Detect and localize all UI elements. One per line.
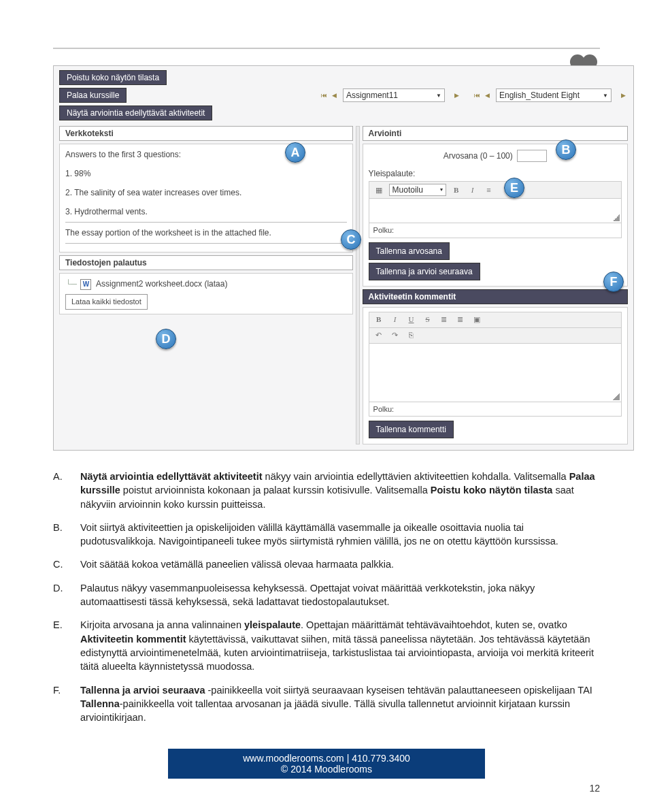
footer-copyright: © 2014 Moodlerooms (243, 764, 410, 775)
list-item: F. Tallenna ja arvioi seuraava -painikke… (53, 683, 600, 725)
assignment-nav-arrows-right[interactable]: ▶ (452, 89, 461, 101)
marker-c: C (341, 229, 361, 250)
arrow-right-icon[interactable]: ▶ (618, 89, 628, 101)
back-to-course-button[interactable]: Palaa kurssille (59, 88, 127, 103)
word-file-icon: W (80, 279, 91, 290)
online-text-body: Answers to the first 3 questions: 1. 98%… (59, 144, 353, 253)
expand-icon[interactable]: ▦ (373, 184, 385, 195)
list-item: B. Voit siirtyä aktiviteettien ja opiske… (53, 521, 600, 549)
numbered-list-icon[interactable]: ≣ (454, 314, 467, 325)
student-nav-arrows[interactable]: ⏮ ◀ (472, 89, 492, 101)
save-and-next-button[interactable]: Tallenna ja arvioi seuraava (369, 263, 480, 280)
marker-f: F (603, 272, 624, 292)
italic-icon[interactable]: I (389, 314, 401, 325)
student-nav-arrows-right[interactable]: ▶ (618, 89, 628, 101)
assignment-nav-arrows[interactable]: ⏮ ◀ (319, 89, 339, 101)
chevron-down-icon: ▾ (440, 186, 443, 194)
comments-editor-toolbar[interactable]: B I U S ≣ ≣ ▣ (369, 312, 622, 328)
underline-icon[interactable]: U (405, 314, 418, 325)
page-number: 12 (589, 783, 600, 794)
bold-icon[interactable]: B (373, 314, 385, 325)
essay-note: The essay portion of the worksheet is in… (65, 227, 347, 239)
arrow-left-icon[interactable]: ◀ (329, 89, 339, 101)
list-item: C. Voit säätää kokoa vetämällä paneelien… (53, 557, 600, 571)
arrow-first-icon[interactable]: ⏮ (472, 89, 482, 101)
marker-a: A (285, 142, 305, 163)
resize-handle-icon[interactable] (613, 393, 620, 400)
legend-list: A. Näytä arviointia edellyttävät aktivit… (53, 470, 600, 724)
grade-label: Arvosana (0 – 100) (443, 150, 513, 162)
arrow-first-icon[interactable]: ⏮ (319, 89, 329, 101)
redo-icon[interactable]: ↷ (389, 330, 401, 341)
answer-2: 2. The salinity of sea water increases o… (65, 186, 347, 199)
undo-icon[interactable]: ↶ (373, 330, 385, 341)
link-icon[interactable]: ⎘ (405, 330, 418, 341)
show-required-activities-button[interactable]: Näytä arviointia edellyttävät aktiviteet… (59, 105, 212, 120)
arrow-left-icon[interactable]: ◀ (482, 89, 492, 101)
feedback-editor-toolbar[interactable]: ▦ Muotoilu ▾ B I ≡ (369, 181, 622, 199)
answer-1: 1. 98% (65, 167, 347, 180)
file-submission-title: Tiedostojen palautus (59, 255, 353, 270)
online-text-title: Verkkoteksti (59, 126, 353, 141)
arrow-right-icon[interactable]: ▶ (452, 89, 461, 101)
resize-handle-icon[interactable] (613, 214, 620, 221)
marker-d: D (156, 329, 176, 349)
file-row[interactable]: └─ W Assignment2 worksheet.docx (lataa) (65, 278, 347, 290)
feedback-path-row: Polku: (369, 223, 622, 238)
marker-e: E (504, 178, 524, 198)
footer: www.moodlerooms.com | 410.779.3400 © 201… (53, 749, 600, 779)
assignment-select-value: Assignment11 (346, 91, 398, 100)
chevron-down-icon: ▼ (603, 93, 608, 99)
vertical-splitter[interactable] (356, 126, 360, 444)
feedback-label: Yleispalaute: (363, 165, 627, 180)
bullet-list-icon[interactable]: ≣ (438, 314, 450, 325)
assignment-select[interactable]: Assignment11 ▼ (343, 88, 445, 102)
file-submission-body: └─ W Assignment2 worksheet.docx (lataa) … (59, 273, 353, 314)
comments-path-row: Polku: (369, 402, 622, 417)
activity-comments-title: Aktiviteetin kommentit (363, 289, 628, 304)
answer-3: 3. Hydrothermal vents. (65, 206, 347, 218)
file-name: Assignment2 worksheet.docx (lataa) (96, 279, 227, 289)
bullet-list-icon[interactable]: ≡ (483, 184, 495, 195)
footer-url: www.moodlerooms.com | 410.779.3400 (243, 753, 410, 764)
grade-input[interactable] (517, 150, 547, 162)
marker-b: B (556, 140, 576, 160)
save-grade-button[interactable]: Tallenna arvosana (369, 242, 450, 260)
chevron-down-icon: ▼ (436, 93, 441, 99)
header-rule (53, 48, 600, 49)
format-select[interactable]: Muotoilu ▾ (389, 184, 446, 196)
student-select-value: English_Student Eight (499, 91, 580, 100)
comments-editor-toolbar-2[interactable]: ↶ ↷ ⎘ (369, 328, 622, 344)
italic-icon[interactable]: I (467, 184, 479, 195)
grading-title: Arviointi (363, 126, 628, 141)
strike-icon[interactable]: S (422, 314, 434, 325)
exit-fullscreen-button[interactable]: Poistu koko näytön tilasta (59, 70, 167, 85)
student-select[interactable]: English_Student Eight ▼ (496, 88, 612, 102)
screenshot-panel: Poistu koko näytön tilasta Palaa kurssil… (53, 65, 634, 451)
comments-editor[interactable] (369, 344, 622, 402)
bold-icon[interactable]: B (450, 184, 463, 195)
activity-comments-body: B I U S ≣ ≣ ▣ ↶ ↷ ⎘ (363, 307, 628, 445)
list-item: E. Kirjoita arvosana ja anna valinnainen… (53, 618, 600, 673)
grading-body: Arvosana (0 – 100) Yleispalaute: ▦ Muoto… (363, 144, 628, 287)
download-all-button[interactable]: Lataa kaikki tiedostot (65, 294, 148, 310)
list-item: D. Palautus näkyy vasemmanpuoleisessa ke… (53, 581, 600, 609)
feedback-editor[interactable] (369, 199, 622, 223)
image-icon[interactable]: ▣ (471, 314, 483, 325)
save-comment-button[interactable]: Tallenna kommentti (369, 421, 454, 438)
list-item: A. Näytä arviointia edellyttävät aktivit… (53, 470, 600, 511)
